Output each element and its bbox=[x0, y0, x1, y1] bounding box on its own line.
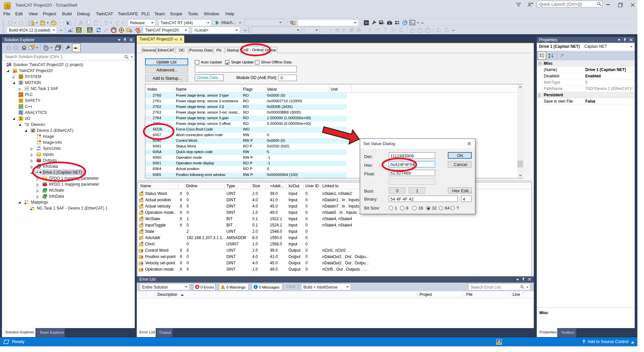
svg-text:s: s bbox=[139, 238, 141, 240]
svg-text:Z: Z bbox=[548, 55, 550, 58]
svg-text:C+: C+ bbox=[19, 105, 23, 108]
